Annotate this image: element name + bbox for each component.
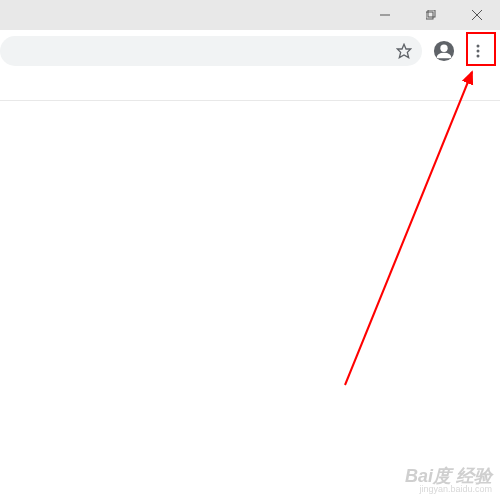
svg-rect-2	[428, 10, 435, 17]
svg-point-10	[477, 55, 480, 58]
profile-button[interactable]	[430, 37, 458, 65]
svg-marker-5	[397, 44, 410, 57]
watermark-main: Bai度 经验	[405, 466, 492, 486]
bookmark-star-icon[interactable]	[396, 43, 412, 59]
close-icon	[472, 10, 482, 20]
close-button[interactable]	[454, 0, 500, 30]
maximize-button[interactable]	[408, 0, 454, 30]
svg-point-9	[477, 50, 480, 53]
browser-toolbar	[0, 30, 500, 72]
menu-button[interactable]	[462, 35, 494, 67]
profile-icon	[433, 40, 455, 62]
window-title-bar	[0, 0, 500, 30]
minimize-icon	[380, 10, 390, 20]
svg-point-8	[477, 45, 480, 48]
svg-rect-1	[426, 12, 433, 19]
minimize-button[interactable]	[362, 0, 408, 30]
svg-point-7	[440, 45, 447, 52]
maximize-icon	[426, 10, 436, 20]
svg-line-12	[345, 72, 472, 385]
watermark: Bai度 经验 jingyan.baidu.com	[405, 467, 492, 494]
address-bar[interactable]	[0, 36, 422, 66]
watermark-sub: jingyan.baidu.com	[405, 485, 492, 494]
toolbar-divider	[0, 100, 500, 101]
three-dots-icon	[470, 43, 486, 59]
annotation-arrow	[0, 60, 500, 500]
